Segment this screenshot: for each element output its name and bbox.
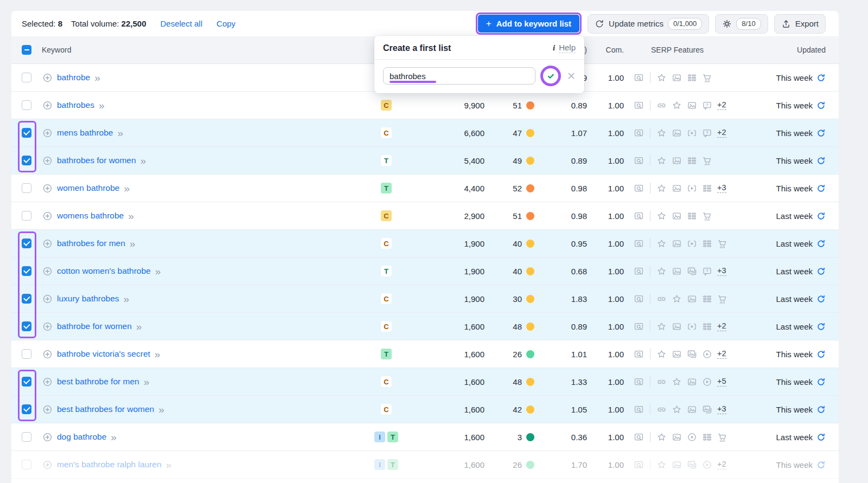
add-to-keyword-list-button[interactable]: + Add to keyword list [478,15,579,33]
add-to-list-icon[interactable] [42,294,53,304]
serp-more-link[interactable]: +3 [717,266,726,276]
row-checkbox[interactable] [22,100,31,110]
export-button[interactable]: Export [774,14,826,34]
double-chevron-icon[interactable]: » [155,266,161,276]
refresh-icon[interactable] [816,156,826,165]
update-metrics-button[interactable]: Update metrics 0/1,000 [588,14,709,34]
double-chevron-icon[interactable]: » [141,156,146,166]
double-chevron-icon[interactable]: » [117,128,123,138]
serp-more-link[interactable]: +3 [717,404,726,414]
refresh-icon[interactable] [816,433,826,442]
serp-preview-icon[interactable] [634,156,644,166]
serp-preview-icon[interactable] [634,377,644,387]
serp-preview-icon[interactable] [634,239,644,249]
serp-preview-icon[interactable] [634,460,644,470]
serp-more-link[interactable]: +2 [717,128,726,138]
serp-preview-icon[interactable] [634,404,644,415]
row-checkbox[interactable] [22,239,31,248]
refresh-icon[interactable] [816,211,826,221]
serp-more-link[interactable]: +2 [717,460,726,469]
double-chevron-icon[interactable]: » [124,294,130,304]
header-com[interactable]: Com. [591,46,625,54]
keyword-link[interactable]: luxury bathrobes [57,294,119,304]
double-chevron-icon[interactable]: » [166,460,172,470]
keyword-link[interactable]: bathrobe [57,73,90,82]
add-to-list-icon[interactable] [42,321,53,332]
add-to-list-icon[interactable] [42,266,53,276]
row-checkbox[interactable] [22,432,31,442]
row-checkbox[interactable] [22,73,31,82]
double-chevron-icon[interactable]: » [128,211,134,221]
keyword-link[interactable]: cotton women's bathrobe [57,266,151,276]
double-chevron-icon[interactable]: » [136,321,142,332]
keyword-link[interactable]: bathrobe victoria's secret [57,349,150,359]
refresh-icon[interactable] [816,128,826,138]
add-to-list-icon[interactable] [42,183,53,194]
confirm-list-button[interactable] [540,66,561,86]
select-all-checkbox[interactable] [22,45,31,55]
help-link[interactable]: i Help [553,43,576,53]
refresh-icon[interactable] [816,294,826,304]
row-checkbox[interactable] [22,211,31,221]
serp-preview-icon[interactable] [634,100,644,111]
row-checkbox[interactable] [22,183,31,193]
refresh-icon[interactable] [816,377,826,387]
serp-preview-icon[interactable] [634,349,644,359]
close-icon[interactable] [566,70,577,81]
serp-preview-icon[interactable] [634,73,644,83]
double-chevron-icon[interactable]: » [155,349,161,359]
double-chevron-icon[interactable]: » [99,100,105,111]
list-name-input[interactable] [383,67,535,85]
keyword-link[interactable]: bathrobes [57,100,94,110]
add-to-list-icon[interactable] [42,211,53,221]
keyword-link[interactable]: best bathrobe for men [57,377,139,387]
keyword-link[interactable]: mens bathrobe [57,128,113,138]
keyword-link[interactable]: women bathrobe [57,183,119,193]
row-checkbox[interactable] [22,321,31,331]
refresh-icon[interactable] [816,184,826,193]
serp-more-link[interactable]: +2 [717,321,726,331]
keyword-link[interactable]: dog bathrobe [57,432,106,442]
refresh-icon[interactable] [816,405,826,414]
refresh-icon[interactable] [816,101,826,110]
keyword-link[interactable]: womens bathrobe [57,211,124,221]
serp-preview-icon[interactable] [634,321,644,332]
keyword-link[interactable]: bathrobes for women [57,156,136,165]
serp-more-link[interactable]: +3 [717,183,726,193]
double-chevron-icon[interactable]: » [124,183,130,194]
columns-settings-button[interactable]: 8/10 [715,14,768,34]
add-to-list-icon[interactable] [42,156,53,166]
row-checkbox[interactable] [22,294,31,304]
row-checkbox[interactable] [22,156,31,165]
add-to-list-icon[interactable] [42,100,53,111]
refresh-icon[interactable] [816,73,826,82]
double-chevron-icon[interactable]: » [111,432,117,442]
serp-preview-icon[interactable] [634,266,644,276]
copy-link[interactable]: Copy [216,19,235,28]
refresh-icon[interactable] [816,350,826,359]
add-to-list-icon[interactable] [42,432,53,442]
add-to-list-icon[interactable] [42,349,53,359]
row-checkbox[interactable] [22,266,31,276]
keyword-link[interactable]: bathrobes for men [57,239,125,248]
row-checkbox[interactable] [22,404,31,414]
serp-preview-icon[interactable] [634,432,644,442]
serp-more-link[interactable]: +2 [717,349,726,359]
double-chevron-icon[interactable]: » [130,239,136,249]
add-to-list-icon[interactable] [42,239,53,249]
serp-preview-icon[interactable] [634,128,644,138]
double-chevron-icon[interactable]: » [158,404,164,415]
keyword-link[interactable]: men's bathrobe ralph lauren [57,460,162,469]
row-checkbox[interactable] [22,377,31,387]
keyword-link[interactable]: best bathrobes for women [57,404,154,414]
deselect-all-link[interactable]: Deselect all [161,19,203,28]
serp-more-link[interactable]: +5 [717,377,726,387]
row-checkbox[interactable] [22,349,31,359]
serp-more-link[interactable]: +2 [717,100,726,110]
serp-preview-icon[interactable] [634,294,644,304]
refresh-icon[interactable] [816,239,826,248]
refresh-icon[interactable] [816,460,826,469]
refresh-icon[interactable] [816,322,826,331]
add-to-list-icon[interactable] [42,404,53,415]
add-to-list-icon[interactable] [42,377,53,387]
